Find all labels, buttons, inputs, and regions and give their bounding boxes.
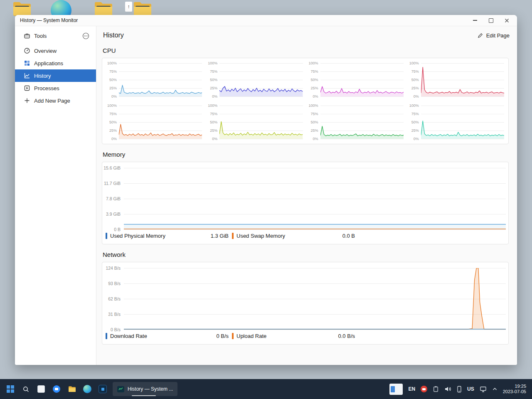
taskbar-icon-chat[interactable] xyxy=(49,382,64,396)
legend-marker xyxy=(232,333,234,339)
axis-tick-label: 25% xyxy=(109,86,117,90)
legend-marker xyxy=(232,233,234,239)
cpu-core-chart: 100%75%50%25%0% xyxy=(106,106,202,139)
desktop-folder-icon[interactable] xyxy=(12,1,32,17)
axis-tick-label: 0% xyxy=(313,94,318,99)
windows-logo-icon xyxy=(7,385,14,393)
axis-tick-label: 50% xyxy=(109,120,117,124)
network-chart: 124 B/s93 B/s62 B/s31 B/s0 B/s xyxy=(105,268,506,330)
axis-tick-label: 75% xyxy=(210,112,217,116)
sidebar-item-label: Overview xyxy=(34,48,57,54)
tray-keyboard-layout-label[interactable]: US xyxy=(467,386,474,392)
maximize-button[interactable] xyxy=(485,16,497,25)
axis-tick-label: 100% xyxy=(208,103,217,108)
edit-page-label: Edit Page xyxy=(486,32,510,39)
clipboard-icon[interactable] xyxy=(433,386,439,392)
memory-panel: 15.6 GiB11.7 GiB7.8 GiB3.9 GiB0 B Used P… xyxy=(102,162,509,244)
taskbar: History — System ... EN US xyxy=(0,379,532,399)
chat-icon xyxy=(53,385,60,393)
sidebar: Tools Overview xyxy=(15,26,96,365)
pager-icon[interactable] xyxy=(389,384,403,395)
close-button[interactable] xyxy=(500,16,513,25)
legend-label: Used Swap Memory xyxy=(236,233,285,239)
axis-tick-label: 25% xyxy=(310,86,318,90)
folder-icon xyxy=(12,1,32,17)
gauge-icon xyxy=(24,47,30,54)
taskbar-icon-app[interactable] xyxy=(96,382,110,396)
network-icon[interactable] xyxy=(480,386,487,392)
sidebar-item-label: Processes xyxy=(34,85,59,91)
search-button[interactable] xyxy=(19,382,33,396)
plus-icon xyxy=(24,97,30,104)
shortcut-arrow-badge: ↑ xyxy=(125,2,132,12)
page-header: History Edit Page xyxy=(96,26,517,44)
axis-tick-label: 31 B/s xyxy=(108,312,121,317)
tools-header: Tools xyxy=(15,30,96,42)
volume-icon[interactable] xyxy=(444,386,451,392)
processes-icon xyxy=(24,85,30,91)
axis-tick-label: 25% xyxy=(411,128,419,133)
legend-value: 0.0 B xyxy=(342,233,355,239)
edit-page-button[interactable]: Edit Page xyxy=(477,32,510,39)
axis-tick-label: 62 B/s xyxy=(108,296,121,301)
cpu-core-chart: 100%75%50%25%0% xyxy=(207,106,303,139)
minimize-icon xyxy=(473,20,477,21)
tray-language-label[interactable]: EN xyxy=(408,386,415,392)
cpu-core-chart: 100%75%50%25%0% xyxy=(207,63,303,96)
axis-tick-label: 0% xyxy=(111,137,117,141)
taskbar-clock[interactable]: 19:25 2023-07-05 xyxy=(503,384,526,394)
page-scroll-area[interactable]: CPU 100%75%50%25%0%100%75%50%25%0%100%75… xyxy=(96,44,517,365)
sidebar-item-overview[interactable]: Overview xyxy=(15,44,96,57)
sidebar-item-history[interactable]: History xyxy=(15,69,96,82)
axis-tick-label: 124 B/s xyxy=(106,266,121,271)
taskbar-icon-file-explorer[interactable] xyxy=(65,382,79,396)
legend-value: 1.3 GiB xyxy=(211,233,229,239)
axis-tick-label: 100% xyxy=(308,103,318,108)
sidebar-item-applications[interactable]: Applications xyxy=(15,57,96,69)
active-task-label: History — System ... xyxy=(128,386,173,392)
briefcase-icon xyxy=(24,32,30,39)
folder-icon xyxy=(68,386,76,392)
memory-chart: 15.6 GiB11.7 GiB7.8 GiB3.9 GiB0 B xyxy=(105,168,506,229)
cpu-core-chart: 100%75%50%25%0% xyxy=(409,63,504,96)
cpu-core-chart: 100%75%50%25%0% xyxy=(308,106,404,139)
chevron-up-icon[interactable] xyxy=(492,387,498,391)
axis-tick-label: 50% xyxy=(109,78,117,82)
edge-icon xyxy=(83,385,91,393)
tools-label: Tools xyxy=(34,33,47,39)
minimize-button[interactable] xyxy=(469,16,481,25)
phone-icon[interactable] xyxy=(457,386,462,393)
widgets-icon xyxy=(37,385,45,393)
legend-entry: Used Swap Memory 0.0 B xyxy=(232,233,355,239)
start-button[interactable] xyxy=(3,382,17,396)
axis-tick-label: 100% xyxy=(409,61,419,65)
desktop-folder-icon[interactable] xyxy=(94,1,113,17)
axis-tick-label: 75% xyxy=(109,112,117,116)
clock-date: 2023-07-05 xyxy=(503,389,526,394)
system-monitor-window: History — System Monitor Tools xyxy=(15,15,517,365)
axis-tick-label: 0% xyxy=(212,137,217,141)
desktop-folder-icon[interactable] xyxy=(133,1,152,17)
axis-tick-label: 15.6 GiB xyxy=(103,165,121,170)
axis-tick-label: 0% xyxy=(212,94,217,99)
axis-tick-label: 0% xyxy=(111,94,117,99)
legend-entry: Download Rate 0 B/s xyxy=(106,333,229,339)
taskbar-active-task[interactable]: History — System ... xyxy=(113,382,177,396)
taskbar-icon-edge[interactable] xyxy=(80,382,94,396)
input-method-icon[interactable] xyxy=(421,386,427,392)
overflow-menu-button[interactable] xyxy=(82,32,89,39)
maximize-icon xyxy=(489,18,493,23)
sidebar-item-processes[interactable]: Processes xyxy=(15,82,96,94)
page-title: History xyxy=(103,32,124,39)
axis-tick-label: 0 B xyxy=(114,227,121,232)
titlebar[interactable]: History — System Monitor xyxy=(15,15,517,26)
taskbar-icon-widgets[interactable] xyxy=(34,382,48,396)
axis-tick-label: 25% xyxy=(310,128,318,133)
axis-tick-label: 100% xyxy=(409,103,419,108)
sidebar-item-add-new-page[interactable]: Add New Page xyxy=(15,94,96,107)
line-chart-icon xyxy=(24,72,30,79)
folder-icon xyxy=(133,1,152,17)
axis-tick-label: 75% xyxy=(411,69,419,74)
axis-tick-label: 50% xyxy=(411,78,419,82)
legend-label: Used Physical Memory xyxy=(110,233,165,239)
